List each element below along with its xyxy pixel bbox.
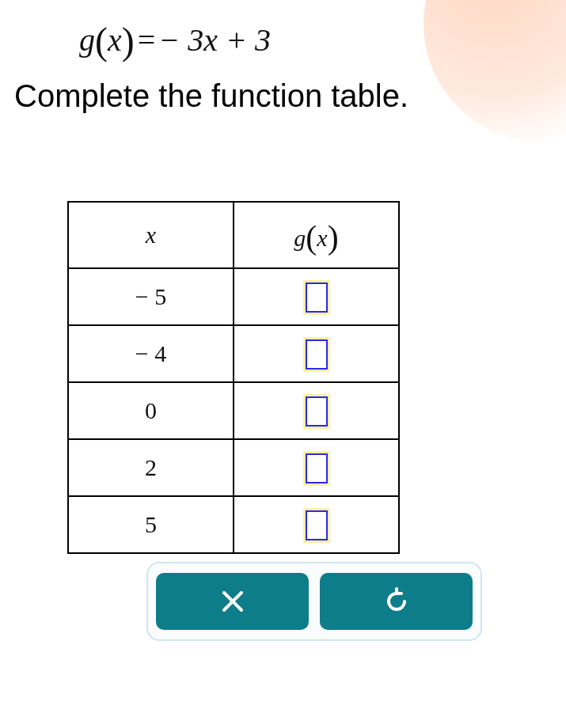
x-value: − 5	[68, 268, 234, 325]
button-bar	[146, 562, 482, 641]
gx-input[interactable]	[306, 453, 328, 483]
gx-input[interactable]	[306, 510, 328, 540]
function-table: x g(x) − 5 − 4 0 2 5	[67, 201, 400, 554]
reset-button[interactable]	[320, 573, 473, 630]
table-row: − 4	[68, 325, 399, 382]
x-value: 0	[68, 382, 234, 439]
gx-cell	[234, 325, 399, 382]
x-value: − 4	[68, 325, 234, 382]
gx-input[interactable]	[306, 339, 328, 370]
equation-func-letter: g	[79, 22, 95, 58]
table-row: − 5	[68, 268, 399, 325]
table-row: 2	[68, 439, 399, 496]
gx-input[interactable]	[306, 282, 328, 313]
gx-cell	[234, 439, 399, 496]
function-equation: g(x)=− 3x + 3	[79, 16, 566, 59]
table-row: 5	[68, 496, 399, 553]
equation-var: x	[108, 22, 122, 58]
column-header-x: x	[68, 202, 234, 268]
x-icon	[219, 588, 246, 615]
gx-cell	[234, 382, 399, 439]
gx-cell	[234, 268, 399, 325]
instruction-text: Complete the function table.	[14, 78, 552, 114]
column-header-gx: g(x)	[234, 202, 399, 268]
x-value: 2	[68, 439, 234, 496]
clear-button[interactable]	[156, 573, 309, 630]
x-value: 5	[68, 496, 234, 553]
undo-icon	[382, 587, 411, 616]
gx-input[interactable]	[306, 396, 328, 427]
equation-rhs: − 3x + 3	[158, 22, 271, 58]
header-gx-func: g	[294, 225, 306, 251]
table-row: 0	[68, 382, 399, 439]
header-gx-var: x	[317, 225, 327, 251]
gx-cell	[234, 496, 399, 553]
